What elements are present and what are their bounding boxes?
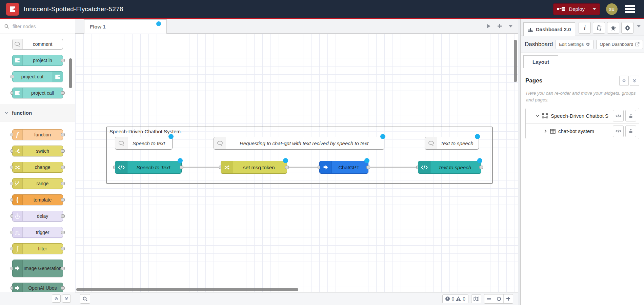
pages-tree-row-speech-driven-chatbot-s[interactable]: Speech-Driven Chatbot S bbox=[526, 108, 639, 123]
palette-scrollbar[interactable] bbox=[69, 58, 72, 88]
debug-tab-button[interactable] bbox=[607, 22, 619, 34]
chevron-right-icon[interactable] bbox=[543, 129, 548, 133]
deploy-icon bbox=[557, 6, 565, 12]
palette-node-openai-ubos[interactable]: OpenAI Ubos bbox=[12, 283, 63, 292]
flow-node-text-to-speech[interactable]: Text to speech bbox=[418, 161, 481, 174]
config-nodes-tab-button[interactable] bbox=[621, 22, 633, 34]
help-tab-button[interactable] bbox=[593, 22, 605, 34]
palette-node-switch[interactable]: switch bbox=[12, 146, 63, 156]
chevron-down-icon[interactable] bbox=[535, 115, 540, 117]
node-output-port[interactable] bbox=[285, 166, 289, 169]
flow-node-chatgpt[interactable]: ChatGPT bbox=[319, 161, 368, 174]
shuffle-icon bbox=[221, 161, 233, 173]
visibility-toggle-button[interactable] bbox=[613, 110, 624, 121]
pages-help-text: Here you can re-order and move your widg… bbox=[526, 90, 639, 103]
filter-nodes-input[interactable] bbox=[12, 23, 75, 30]
node-changed-indicator bbox=[364, 158, 369, 163]
palette-node-filter[interactable]: ∫filter bbox=[12, 243, 63, 254]
palette-node-project-out[interactable]: project out bbox=[12, 71, 63, 82]
flow-node-set-msg-token[interactable]: set msg.token bbox=[221, 161, 287, 174]
node-output-port[interactable] bbox=[61, 286, 65, 290]
tab-flow-1[interactable]: Flow 1 bbox=[84, 19, 167, 34]
sidebar-subtab-row: Layout bbox=[521, 53, 644, 68]
add-flow-button[interactable] bbox=[494, 21, 505, 31]
comment-node[interactable]: Speech to text bbox=[115, 137, 173, 150]
node-output-port[interactable] bbox=[61, 231, 65, 234]
node-output-port[interactable] bbox=[61, 182, 65, 185]
palette-node-trigger[interactable]: trigger bbox=[12, 227, 63, 238]
workspace-column: Flow 1 Speech-Driven Chatbot System.Spee… bbox=[75, 19, 518, 305]
code-icon bbox=[418, 161, 430, 173]
node-output-port[interactable] bbox=[61, 198, 65, 202]
palette-node-change[interactable]: change bbox=[12, 162, 63, 173]
zoom-in-button[interactable] bbox=[503, 294, 513, 303]
user-avatar[interactable]: su bbox=[606, 3, 618, 15]
sidebar-menu-caret[interactable] bbox=[637, 25, 641, 27]
node-output-port[interactable] bbox=[61, 59, 65, 62]
node-output-port[interactable] bbox=[180, 166, 183, 169]
node-output-port[interactable] bbox=[61, 247, 65, 250]
zoom-out-button[interactable] bbox=[484, 294, 494, 303]
palette-node-delay[interactable]: delay bbox=[12, 211, 63, 222]
open-dashboard-label: Open Dashboard bbox=[600, 42, 633, 47]
main-menu-button[interactable] bbox=[624, 4, 637, 14]
sidebar-tab-label: Dashboard 2.0 bbox=[536, 26, 571, 32]
flow-canvas[interactable]: Speech-Driven Chatbot System.Speech to t… bbox=[75, 34, 518, 292]
palette-category-function[interactable]: function bbox=[0, 104, 75, 121]
node-red-logo-icon bbox=[6, 3, 19, 16]
visibility-toggle-button[interactable] bbox=[613, 126, 624, 137]
palette-node-project-in[interactable]: project in bbox=[12, 55, 63, 66]
comment-node[interactable]: Requesting to chat-gpt with text recived… bbox=[214, 137, 384, 150]
sidebar-splitter[interactable] bbox=[518, 19, 521, 305]
tab-layout[interactable]: Layout bbox=[523, 55, 558, 68]
palette-node-range[interactable]: range bbox=[12, 178, 63, 189]
node-output-port[interactable] bbox=[366, 166, 370, 169]
range-icon bbox=[13, 178, 23, 189]
navigator-toggle-button[interactable] bbox=[471, 294, 481, 303]
fork-icon bbox=[13, 146, 23, 156]
sidebar-tab-bar: Dashboard 2.0 i bbox=[521, 19, 644, 36]
node-output-port[interactable] bbox=[61, 267, 65, 270]
pages-collapse-all-button[interactable] bbox=[619, 76, 629, 86]
canvas-horizontal-scrollbar[interactable] bbox=[76, 288, 298, 291]
palette-node-image-generation[interactable]: Image Generation bbox=[12, 260, 63, 277]
code-icon bbox=[115, 161, 127, 173]
deploy-button[interactable]: Deploy bbox=[553, 3, 600, 15]
info-tab-button[interactable]: i bbox=[579, 22, 591, 34]
arrow-icon bbox=[320, 161, 332, 173]
node-output-port[interactable] bbox=[61, 214, 65, 218]
tab-dashboard-2[interactable]: Dashboard 2.0 bbox=[523, 22, 575, 36]
palette-node-template[interactable]: {template bbox=[12, 194, 63, 205]
open-dashboard-button[interactable]: Open Dashboard bbox=[596, 40, 643, 49]
flow-list-caret[interactable] bbox=[505, 21, 516, 31]
lock-toggle-button[interactable] bbox=[625, 110, 636, 121]
node-input-port[interactable] bbox=[11, 75, 14, 78]
node-red-app: Innocent-Spotted-Flycatcher-5278 Deploy … bbox=[0, 0, 644, 305]
palette-node-project-call[interactable]: project call bbox=[12, 88, 63, 98]
flow-node-speech-to-text[interactable]: Speech to Text bbox=[115, 161, 182, 174]
node-output-port[interactable] bbox=[61, 133, 65, 136]
lock-toggle-button[interactable] bbox=[625, 126, 636, 137]
scroll-tabs-button[interactable] bbox=[483, 21, 494, 31]
node-output-port[interactable] bbox=[61, 91, 65, 95]
palette-node-function[interactable]: ffunction bbox=[12, 129, 63, 140]
node-output-port[interactable] bbox=[61, 166, 65, 169]
notification-counts[interactable]: 0 0 bbox=[442, 294, 468, 303]
deploy-options-caret[interactable] bbox=[589, 6, 596, 13]
flow-group-speech-driven-chatbot-system[interactable]: Speech-Driven Chatbot System. bbox=[106, 127, 493, 184]
pages-expand-all-button[interactable] bbox=[630, 76, 639, 86]
palette-node-comment[interactable]: comment bbox=[12, 39, 63, 50]
edit-settings-button[interactable]: Edit Settings bbox=[556, 40, 593, 49]
node-output-port[interactable] bbox=[61, 149, 65, 153]
node-output-port[interactable] bbox=[479, 166, 483, 169]
collapse-all-categories-button[interactable] bbox=[52, 294, 61, 303]
expand-all-categories-button[interactable] bbox=[62, 294, 71, 303]
grid-icon bbox=[550, 129, 556, 134]
canvas-vertical-scrollbar[interactable] bbox=[514, 40, 517, 82]
sigma-icon: ∫ bbox=[13, 244, 23, 254]
pages-tree-row-chat-bot-system[interactable]: chat-bot system bbox=[526, 123, 639, 139]
canvas-search-button[interactable] bbox=[80, 294, 90, 304]
bubble-icon bbox=[13, 39, 23, 49]
comment-node[interactable]: Text to speech bbox=[425, 137, 479, 150]
zoom-reset-button[interactable] bbox=[494, 294, 503, 303]
